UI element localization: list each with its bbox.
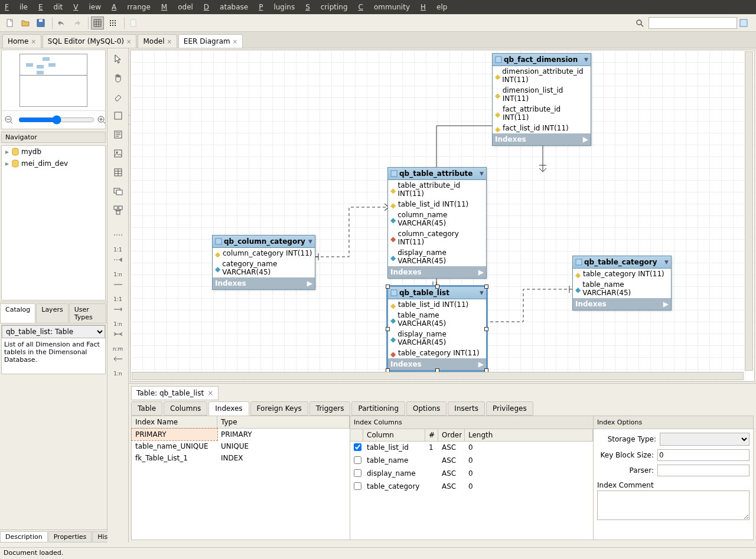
entity-qb-table-list[interactable]: qb_table_list▼ ◆table_list_id INT(11) ◆t…	[387, 286, 487, 371]
zoom-slider[interactable]	[18, 115, 94, 125]
menu-scripting[interactable]: Scripting	[305, 3, 347, 11]
svg-point-10	[112, 25, 113, 26]
svg-point-22	[116, 152, 118, 153]
snap-icon[interactable]	[106, 17, 119, 30]
horizontal-scrollbar[interactable]	[132, 372, 744, 380]
col-checkbox[interactable]	[354, 482, 361, 490]
layer-tool-icon[interactable]	[111, 109, 125, 123]
zoom-out-icon[interactable]	[4, 113, 14, 126]
esub-options[interactable]: Options	[406, 401, 447, 416]
esub-inserts[interactable]: Inserts	[448, 401, 485, 416]
menu-edit[interactable]: Edit	[38, 3, 63, 11]
esub-table[interactable]: Table	[131, 401, 162, 416]
menu-bar: File Edit View Arrange Model Database Pl…	[0, 0, 756, 14]
table-tool-icon[interactable]	[111, 165, 125, 179]
menu-arrange[interactable]: Arrange	[112, 3, 151, 11]
tab-home[interactable]: Home×	[2, 34, 41, 48]
index-col-row[interactable]: table_nameASC0	[350, 455, 593, 468]
index-comment-input[interactable]	[597, 491, 750, 520]
image-tool-icon[interactable]	[111, 146, 125, 161]
svg-rect-33	[576, 259, 582, 265]
entity-qb-table-category[interactable]: qb_table_category▼ ◆table_category INT(1…	[572, 256, 672, 310]
entity-qb-fact-dimension[interactable]: qb_fact_dimension▼ ◆dimension_attribute_…	[492, 53, 591, 146]
svg-rect-19	[115, 112, 122, 119]
subtab-catalog[interactable]: Catalog	[0, 303, 35, 323]
rel-existing-icon[interactable]	[111, 352, 125, 366]
pointer-tool-icon[interactable]	[111, 52, 125, 66]
tab-eer-diagram[interactable]: EER Diagram×	[178, 34, 243, 48]
view-tool-icon[interactable]	[111, 184, 125, 198]
rel-1-1-nonid-icon[interactable]	[111, 228, 125, 242]
close-icon[interactable]: ×	[233, 38, 237, 45]
bltab-description[interactable]: Description	[0, 531, 48, 542]
menu-file[interactable]: File	[5, 3, 28, 11]
esub-privileges[interactable]: Privileges	[486, 401, 533, 416]
eraser-tool-icon[interactable]	[111, 90, 125, 104]
vertical-scrollbar[interactable]	[745, 51, 753, 371]
rel-1-n-nonid-icon[interactable]	[111, 253, 125, 267]
redo-icon[interactable]	[70, 17, 83, 30]
search-go-icon[interactable]	[737, 17, 750, 30]
index-col-row[interactable]: display_nameASC0	[350, 468, 593, 480]
entity-qb-table-attribute[interactable]: qb_table_attribute▼ ◆table_attribute_id …	[387, 167, 487, 279]
esub-triggers[interactable]: Triggers	[309, 401, 351, 416]
diagram-canvas[interactable]: qb_fact_dimension▼ ◆dimension_attribute_…	[131, 50, 754, 381]
key-block-input[interactable]	[657, 449, 750, 461]
menu-database[interactable]: Database	[204, 3, 248, 11]
undo-icon[interactable]	[55, 17, 68, 30]
esub-partitioning[interactable]: Partitioning	[351, 401, 405, 416]
close-icon[interactable]: ×	[167, 38, 171, 45]
tab-sql-editor[interactable]: SQL Editor (MySQL-0)×	[43, 34, 137, 48]
menu-plugins[interactable]: Plugins	[259, 3, 295, 11]
editor-tab[interactable]: Table: qb_table_list×	[131, 386, 219, 400]
esub-columns[interactable]: Columns	[164, 401, 207, 416]
rel-1-n-id-icon[interactable]	[111, 302, 125, 316]
menu-view[interactable]: View	[73, 3, 101, 11]
close-icon[interactable]: ×	[207, 389, 213, 397]
menu-model[interactable]: Model	[161, 3, 193, 11]
description-selector[interactable]: qb_table_list: Table	[2, 325, 105, 338]
hand-tool-icon[interactable]	[111, 71, 125, 85]
menu-help[interactable]: Help	[421, 3, 447, 11]
catalog-tree[interactable]: ▸mydb ▸mei_dim_dev	[1, 145, 106, 300]
col-checkbox[interactable]	[354, 443, 361, 451]
index-list[interactable]: Index NameType PRIMARYPRIMARY table_name…	[132, 416, 350, 540]
new-file-icon[interactable]	[4, 17, 17, 30]
storage-type-select[interactable]	[660, 433, 750, 446]
index-row[interactable]: fk_Table_List_1INDEX	[132, 452, 350, 464]
save-icon[interactable]	[34, 17, 47, 30]
zoom-in-icon[interactable]	[97, 113, 106, 126]
close-icon[interactable]: ×	[126, 38, 131, 45]
search-input[interactable]	[649, 17, 737, 29]
index-col-row[interactable]: table_categoryASC0	[350, 480, 593, 493]
close-icon[interactable]: ×	[31, 38, 35, 45]
tab-model[interactable]: Model×	[138, 34, 177, 48]
subtab-layers[interactable]: Layers	[36, 303, 68, 323]
open-file-icon[interactable]	[19, 17, 32, 30]
esub-foreignkeys[interactable]: Foreign Keys	[250, 401, 308, 416]
routine-tool-icon[interactable]	[111, 203, 125, 217]
col-checkbox[interactable]	[354, 469, 361, 477]
col-checkbox[interactable]	[354, 456, 361, 464]
entity-qb-column-category[interactable]: qb_column_category▼ ◆column_category INT…	[212, 235, 315, 290]
index-col-row[interactable]: table_list_id1ASC0	[350, 442, 593, 455]
menu-community[interactable]: Community	[359, 3, 410, 11]
note-tool-icon[interactable]	[111, 128, 125, 142]
svg-rect-32	[391, 290, 397, 296]
bltab-properties[interactable]: Properties	[48, 531, 92, 542]
description-text: List of all Dimension and Fact tablels i…	[2, 338, 105, 374]
svg-rect-26	[114, 206, 118, 210]
rel-n-m-icon[interactable]	[111, 327, 125, 341]
grid-toggle-icon[interactable]	[91, 17, 104, 30]
index-row-primary[interactable]: PRIMARYPRIMARY	[132, 429, 350, 440]
index-row[interactable]: table_name_UNIQUEUNIQUE	[132, 440, 350, 452]
tree-item-mei[interactable]: ▸mei_dim_dev	[2, 158, 105, 169]
page-icon[interactable]	[127, 17, 140, 30]
esub-indexes[interactable]: Indexes	[208, 401, 249, 416]
subtab-usertypes[interactable]: User Types	[69, 303, 106, 323]
rel-1-1-id-icon[interactable]	[111, 277, 125, 292]
navigator-preview[interactable]	[19, 54, 87, 107]
tree-item-mydb[interactable]: ▸mydb	[2, 146, 105, 158]
parser-input[interactable]	[657, 465, 750, 476]
svg-rect-14	[740, 19, 747, 27]
